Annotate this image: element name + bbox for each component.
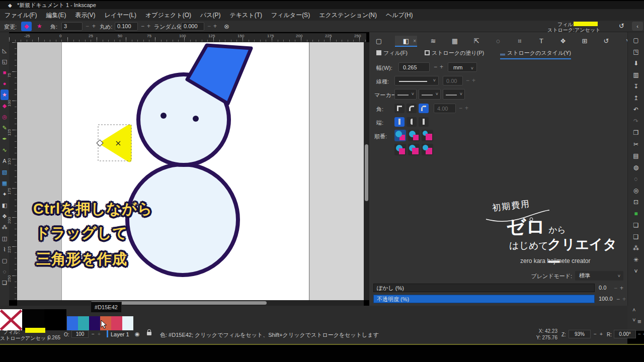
black-swatch-1[interactable] bbox=[22, 309, 44, 330]
dash-pattern-dropdown[interactable] bbox=[394, 76, 439, 85]
dash-minus-icon[interactable] bbox=[466, 77, 469, 84]
print-icon[interactable]: ▥ bbox=[631, 70, 641, 80]
blur-minus-icon[interactable] bbox=[614, 285, 617, 292]
menu-item[interactable]: ヘルプ(H) bbox=[381, 9, 418, 22]
tab-fill[interactable]: フィル(F) bbox=[376, 49, 408, 57]
duplicate-icon[interactable]: ■ bbox=[631, 209, 641, 219]
rotation-input[interactable]: 0.00° bbox=[614, 330, 636, 338]
opacity-slider[interactable]: 不透明度 (%) bbox=[373, 295, 595, 303]
stroke-width-input[interactable]: 0.265 bbox=[398, 62, 430, 72]
redo-icon[interactable]: ↷ bbox=[631, 116, 641, 126]
layers-dialog-icon[interactable]: ≋ bbox=[428, 36, 439, 47]
unit-dropdown[interactable]: mm bbox=[448, 62, 477, 72]
tab-stroke-style[interactable]: ストロークのスタイル(Y) bbox=[500, 49, 571, 59]
zoom-drawing-icon[interactable]: ◍ bbox=[631, 162, 641, 172]
vertical-ruler[interactable]: 75100125150175200225250 bbox=[9, 42, 17, 300]
document-properties-icon[interactable]: ▢ bbox=[373, 36, 384, 47]
randomized-input[interactable]: 0.000 bbox=[181, 22, 204, 31]
status-opacity-input[interactable]: 100 bbox=[71, 330, 89, 338]
gradient-tool-icon[interactable]: ▧ bbox=[1, 167, 9, 177]
paint-order-4-button[interactable] bbox=[394, 144, 406, 155]
width-plus-icon[interactable] bbox=[440, 63, 443, 70]
snap-dialog-icon[interactable]: ⌗ bbox=[514, 36, 525, 47]
round-cap-button[interactable] bbox=[407, 117, 417, 127]
width-minus-icon[interactable] bbox=[434, 63, 437, 70]
start-marker-dropdown[interactable] bbox=[394, 89, 417, 100]
fill-stroke-dialog-tab[interactable]: ◧× bbox=[395, 36, 417, 47]
rounded-minus-icon[interactable] bbox=[141, 23, 144, 30]
yellow-triangle[interactable] bbox=[103, 127, 129, 160]
collapse-toolbar-button[interactable]: ‹ bbox=[632, 22, 643, 31]
eraser-tool-icon[interactable]: ◫ bbox=[1, 233, 9, 244]
menu-item[interactable]: レイヤー(L) bbox=[100, 9, 141, 22]
save-icon[interactable]: ⬇ bbox=[631, 58, 641, 68]
status-fill-swatch[interactable] bbox=[25, 328, 45, 333]
end-marker-dropdown[interactable] bbox=[443, 89, 465, 100]
dash-offset-input[interactable]: 0.00 bbox=[443, 76, 463, 85]
selection-frame-icon[interactable]: ⊡ bbox=[631, 197, 641, 207]
import-icon[interactable]: ↧ bbox=[631, 81, 641, 92]
miter-plus-icon[interactable] bbox=[465, 105, 468, 112]
rotation-minus-icon[interactable] bbox=[638, 331, 641, 337]
opacity-minus-icon[interactable] bbox=[92, 331, 95, 337]
defaults-reset-icon[interactable] bbox=[224, 23, 229, 30]
menu-item[interactable]: 編集(E) bbox=[41, 9, 70, 22]
current-layer[interactable]: Layer 1 bbox=[111, 331, 129, 337]
opacity-minus-icon[interactable] bbox=[616, 296, 620, 303]
text-dialog-icon[interactable]: T bbox=[536, 36, 547, 47]
vertical-scrollbar[interactable] bbox=[364, 42, 369, 300]
cut-icon[interactable]: ✂ bbox=[631, 139, 641, 149]
corners-input[interactable]: 3 bbox=[61, 22, 83, 31]
blend-mode-dropdown[interactable]: 標準 bbox=[575, 271, 623, 281]
menu-item[interactable]: 表示(V) bbox=[70, 9, 100, 22]
miter-join-button[interactable] bbox=[394, 104, 405, 113]
star-tool-icon[interactable]: ★ bbox=[1, 89, 9, 100]
paint-order-6-button[interactable] bbox=[422, 144, 433, 155]
ungroup-icon[interactable]: ✳ bbox=[631, 255, 641, 265]
canvas-viewport[interactable]: Ctrlを押しながら ドラッグして 三角形を作成 bbox=[17, 42, 364, 300]
spray-tool-icon[interactable]: ⁂ bbox=[1, 222, 9, 233]
undo-icon[interactable]: ↶ bbox=[631, 105, 641, 115]
menu-item[interactable]: テキスト(T) bbox=[225, 9, 267, 22]
open-document-icon[interactable]: ◳ bbox=[631, 47, 641, 57]
snowman-eye-left[interactable] bbox=[160, 113, 167, 119]
menu-item[interactable]: エクステンション(N) bbox=[314, 9, 381, 22]
paste-icon[interactable]: ▤ bbox=[631, 151, 641, 161]
shape-builder-tool-icon[interactable]: ◱ bbox=[1, 56, 9, 67]
fill-color-swatch[interactable] bbox=[574, 22, 598, 26]
opacity-plus-icon[interactable] bbox=[98, 331, 101, 337]
copy-icon[interactable]: ❐ bbox=[631, 128, 641, 138]
dash-plus-icon[interactable] bbox=[472, 77, 475, 84]
randomized-minus-icon[interactable] bbox=[207, 23, 211, 30]
paint-order-1-button[interactable] bbox=[394, 130, 406, 141]
corners-plus-icon[interactable] bbox=[92, 23, 96, 30]
more-commands-icon[interactable]: ˅ bbox=[631, 266, 641, 277]
horizontal-ruler[interactable]: -250255075100125150175200225250 bbox=[9, 33, 366, 42]
paint-order-5-button[interactable] bbox=[408, 144, 420, 155]
zoom-input[interactable]: 93% bbox=[569, 330, 591, 338]
object-properties-icon[interactable]: ▦ bbox=[449, 36, 460, 47]
tab-stroke-paint[interactable]: ストロークの塗り(P) bbox=[425, 49, 484, 57]
menu-item[interactable]: パス(P) bbox=[196, 9, 225, 22]
paint-bucket-tool-icon[interactable]: ◧ bbox=[1, 200, 9, 211]
bevel-join-button[interactable] bbox=[419, 104, 429, 113]
calligraphy-tool-icon[interactable]: ∿ bbox=[1, 145, 9, 155]
zoom-minus-icon[interactable] bbox=[594, 331, 597, 337]
opacity-plus-icon[interactable] bbox=[622, 296, 626, 303]
paint-order-2-button[interactable] bbox=[408, 130, 420, 141]
menu-item[interactable]: ファイル(F) bbox=[0, 9, 41, 22]
butt-cap-button[interactable] bbox=[394, 117, 405, 127]
ellipse-tool-icon[interactable]: ● bbox=[1, 78, 9, 89]
vertical-scrollbar-thumb[interactable] bbox=[365, 144, 368, 201]
rotate-reset-icon[interactable]: ↺ bbox=[619, 22, 624, 30]
snowman-eye-right[interactable] bbox=[193, 116, 199, 122]
layer-lock-icon[interactable] bbox=[147, 332, 151, 335]
blur-plus-icon[interactable] bbox=[620, 285, 623, 292]
star-mode-button[interactable]: ★ bbox=[34, 22, 45, 31]
page-tool-icon[interactable]: ▢ bbox=[1, 255, 9, 266]
node-tool-icon[interactable]: ◺ bbox=[1, 45, 9, 56]
polygon-mode-button[interactable]: ◆ bbox=[21, 22, 32, 31]
zoom-plus-icon[interactable] bbox=[600, 331, 603, 337]
menu-item[interactable]: オブジェクト(O) bbox=[141, 9, 196, 22]
scroll-down-icon[interactable]: ˅ bbox=[632, 317, 635, 323]
